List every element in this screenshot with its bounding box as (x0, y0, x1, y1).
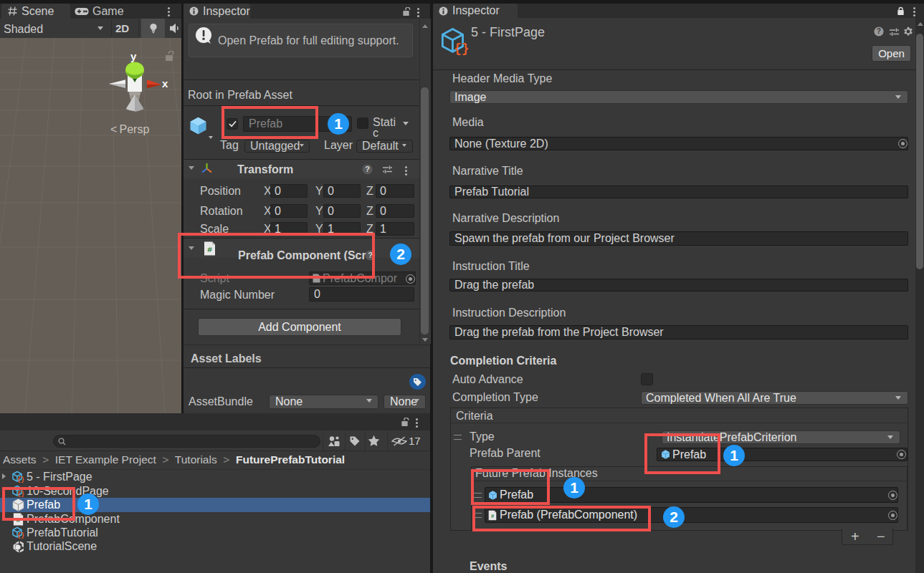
svg-text:{}: {} (17, 476, 24, 483)
svg-text:{}: {} (454, 42, 469, 55)
svg-text:{}: {} (17, 532, 24, 539)
svg-text:?: ? (877, 27, 881, 35)
svg-text:?: ? (365, 165, 370, 173)
